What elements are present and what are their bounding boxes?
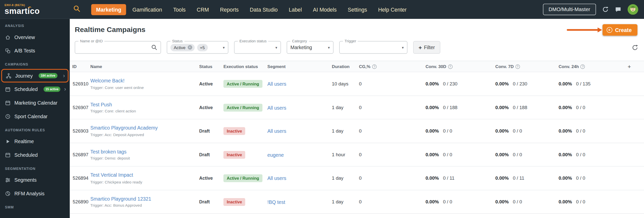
nav-item-settings[interactable]: Settings (343, 4, 372, 15)
add-column-icon[interactable]: + (628, 63, 631, 70)
sidebar-item-label: Realtime (14, 138, 34, 144)
status-select[interactable]: Status Active × +5 ▾ (167, 41, 228, 54)
sidebar-item-label: A/B Tests (14, 48, 35, 54)
conv-30d: 0.00%0 / 11 (425, 176, 495, 181)
sidebar-item-overview[interactable]: Overview (0, 30, 70, 44)
name-search-input[interactable] (78, 45, 151, 50)
home-icon (5, 34, 11, 40)
segment-link[interactable]: All users (267, 105, 286, 111)
campaign-name-link[interactable]: Smartico Playground 12321 (90, 196, 151, 202)
sidebar-item-realtime-rules[interactable]: Realtime (0, 135, 70, 148)
status-chip-active[interactable]: Active × (170, 44, 194, 51)
execution-status-badge: Active / Running (223, 80, 262, 88)
conv-24h: 0.00%0 / 0 (558, 176, 627, 181)
chip-label: Active (174, 45, 185, 50)
search-icon[interactable] (73, 5, 80, 14)
sidebar-item-sport-calendar[interactable]: Sport Calendar (0, 110, 70, 123)
table-row[interactable]: 526897 Test broken tags Trigger: Demo: d… (70, 143, 644, 167)
campaign-status: Draft (199, 129, 223, 134)
help-icon[interactable]: ? (448, 65, 452, 69)
table-row[interactable]: 526894 Test Vertical Impact Trigger: Chi… (70, 167, 644, 190)
execution-status-select[interactable]: Execution status ▾ (234, 41, 281, 54)
sidebar-item-journey[interactable]: Journey 184 active › (1, 69, 69, 82)
status-chip-more[interactable]: +5 (197, 44, 208, 51)
add-filter-button[interactable]: + Filter (413, 41, 440, 54)
table-row[interactable]: 526910 Welcome Back! Trigger: Core: user… (70, 72, 644, 96)
refresh-table-icon[interactable] (632, 44, 638, 51)
nav-item-gamification[interactable]: Gamification (127, 4, 167, 15)
col-header-status: Status (199, 64, 223, 69)
duration: 1 hour (332, 152, 359, 157)
create-button-label: Create (615, 27, 632, 33)
conv-30d: 0.00%0 / 188 (425, 105, 495, 110)
category-value: Marketing (290, 45, 312, 50)
sidebar-item-scheduled-rules[interactable]: Scheduled (0, 148, 70, 162)
col-header-cg: CG,%? (359, 64, 425, 69)
segment-cell: All users (267, 174, 332, 182)
segment-link[interactable]: All users (267, 81, 286, 87)
nav-item-marketing[interactable]: Marketing (91, 4, 126, 15)
user-avatar[interactable] (628, 4, 638, 15)
chevron-down-icon: ▾ (273, 45, 277, 49)
category-field-label: Category (290, 39, 309, 43)
sidebar-item-ab-tests[interactable]: A/B Tests (0, 44, 70, 57)
campaign-id: 526910 (72, 81, 90, 86)
campaign-name-link[interactable]: Test Vertical Impact (90, 172, 133, 178)
nav-item-crm[interactable]: CRM (192, 4, 214, 15)
table-row[interactable]: 526890 Smartico Playground 12321 Trigger… (70, 190, 644, 214)
campaign-name-link[interactable]: Smartico Playground Academy (90, 125, 158, 131)
calendar-icon (5, 86, 11, 92)
segment-link[interactable]: !BQ test (267, 199, 285, 205)
campaign-name-link[interactable]: Welcome Back! (90, 78, 124, 84)
nav-item-label[interactable]: Label (284, 4, 307, 15)
chevron-down-icon: ▾ (399, 45, 404, 49)
nav-item-reports[interactable]: Reports (215, 4, 244, 15)
nav-item-data-studio[interactable]: Data Studio (245, 4, 283, 15)
plus-icon: + (418, 45, 422, 50)
nav-item-ai-models[interactable]: AI Models (308, 4, 342, 15)
campaign-name-link[interactable]: Test broken tags (90, 149, 126, 154)
trigger-field-label: Trigger (343, 39, 358, 43)
table-row[interactable]: 526903 Smartico Playground Academy Trigg… (70, 119, 644, 143)
conv-30d: 0.00%0 / 0 (425, 199, 495, 204)
help-icon[interactable]: ? (372, 65, 377, 69)
segment-link[interactable]: All users (267, 129, 286, 134)
help-icon[interactable]: ? (580, 65, 585, 69)
sidebar-item-segments[interactable]: Segments (0, 173, 70, 187)
segment-link[interactable]: All users (267, 176, 286, 181)
segment-link[interactable]: eugene (267, 152, 284, 158)
cg-percent: 0 (359, 129, 425, 134)
nav-item-tools[interactable]: Tools (168, 4, 191, 15)
sidebar-item-rfm-analysis[interactable]: RFM Analysis (0, 187, 70, 200)
chip-remove-icon[interactable]: × (187, 45, 192, 50)
nav-item-help-center[interactable]: Help Center (373, 4, 412, 15)
segment-cell: All users (267, 104, 332, 111)
chat-icon[interactable] (615, 6, 621, 13)
refresh-icon[interactable] (602, 6, 609, 13)
sidebar-item-label: Journey (15, 73, 33, 79)
conv-24h: 0.00%0 / 0 (558, 105, 627, 110)
search-icon[interactable] (151, 44, 157, 50)
campaign-name-link[interactable]: Test Push (90, 102, 112, 107)
account-selector[interactable]: DMO/Multi-Master (543, 4, 596, 15)
section-title-campaigns: CAMPAIGNS (0, 57, 70, 69)
category-select[interactable]: Category Marketing ▾ (287, 41, 334, 54)
create-button[interactable]: + Create (602, 24, 637, 36)
environment-label: ENV-8 (BETA) (5, 4, 70, 6)
sidebar-item-label: Scheduled (14, 152, 38, 158)
sidebar-item-scheduled-campaigns[interactable]: Scheduled 15 active › (0, 82, 70, 96)
page-title: Realtime Campaigns (75, 25, 637, 34)
brand-logo[interactable]: ENV-8 (BETA) smartico (0, 4, 70, 15)
execution-status-cell: Inactive (223, 198, 267, 206)
name-search-field[interactable]: Name or @ID (75, 41, 161, 54)
help-icon[interactable]: ? (515, 65, 520, 69)
duration: 1 day (332, 199, 359, 204)
execution-status-cell: Active / Running (223, 174, 267, 182)
segment-cell: !BQ test (267, 198, 332, 205)
section-title-analysis: ANALYSIS (0, 19, 70, 30)
section-title-smm: SMM (0, 200, 70, 212)
trigger-select[interactable]: Trigger ▾ (339, 41, 407, 54)
table-row[interactable]: 526907 Test Push Trigger: Core: client a… (70, 96, 644, 119)
sidebar-item-marketing-calendar[interactable]: Marketing Calendar (0, 96, 70, 110)
annotation-arrow (567, 29, 598, 31)
